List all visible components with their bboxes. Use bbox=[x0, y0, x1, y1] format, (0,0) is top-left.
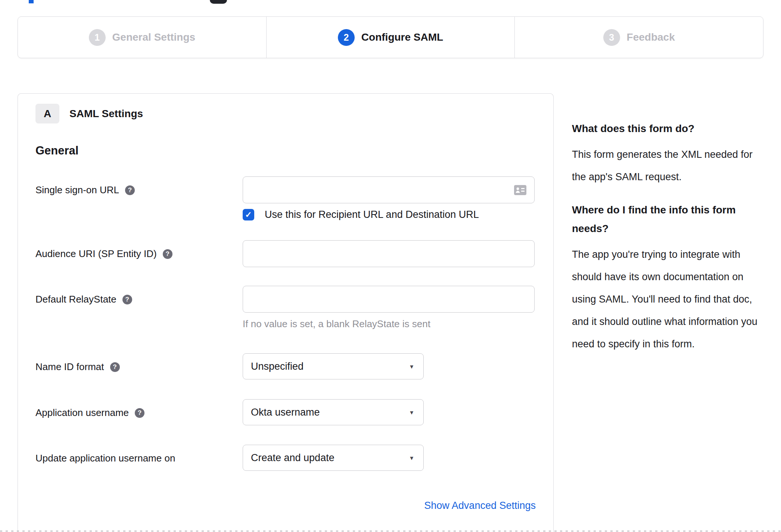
step-number-badge: 2 bbox=[338, 29, 355, 46]
step-general-settings[interactable]: 1 General Settings bbox=[18, 17, 266, 58]
wizard-stepper: 1 General Settings 2 Configure SAML 3 Fe… bbox=[18, 16, 763, 58]
default-relaystate-label: Default RelayState bbox=[35, 294, 116, 305]
show-advanced-settings-link[interactable]: Show Advanced Settings bbox=[424, 500, 536, 511]
name-id-format-select[interactable]: Unspecified ▼ bbox=[243, 353, 424, 379]
saml-settings-title: SAML Settings bbox=[69, 108, 143, 120]
field-row-name-id-format: Name ID format ? Unspecified ▼ bbox=[35, 353, 536, 379]
help-icon[interactable]: ? bbox=[125, 185, 135, 195]
help-icon[interactable]: ? bbox=[122, 295, 132, 304]
cropped-header-artifact-dark bbox=[210, 0, 227, 4]
name-id-format-label: Name ID format bbox=[35, 361, 104, 373]
step-label: General Settings bbox=[112, 31, 196, 43]
update-application-username-select[interactable]: Create and update ▼ bbox=[243, 445, 424, 471]
general-group-title: General bbox=[35, 144, 536, 157]
name-id-format-value: Unspecified bbox=[251, 361, 304, 372]
chevron-down-icon: ▼ bbox=[409, 455, 414, 461]
step-label: Feedback bbox=[627, 31, 675, 43]
recipient-destination-checkbox-row: ✓ Use this for Recipient URL and Destina… bbox=[243, 209, 536, 220]
help-icon[interactable]: ? bbox=[110, 362, 120, 372]
field-row-audience-uri: Audience URI (SP Entity ID) ? bbox=[35, 240, 536, 267]
default-relaystate-input[interactable] bbox=[243, 286, 535, 313]
step-configure-saml[interactable]: 2 Configure SAML bbox=[266, 17, 515, 58]
recipient-destination-checkbox-label: Use this for Recipient URL and Destinati… bbox=[265, 209, 479, 220]
field-row-application-username: Application username ? Okta username ▼ bbox=[35, 399, 536, 425]
step-number-badge: 1 bbox=[89, 29, 106, 46]
help-panel: What does this form do? This form genera… bbox=[572, 119, 763, 368]
audience-uri-label: Audience URI (SP Entity ID) bbox=[35, 248, 157, 260]
update-application-username-label: Update application username on bbox=[35, 453, 175, 464]
field-row-update-application-username: Update application username on Create an… bbox=[35, 445, 536, 471]
recipient-destination-checkbox[interactable]: ✓ bbox=[243, 209, 254, 220]
step-feedback[interactable]: 3 Feedback bbox=[514, 17, 763, 58]
help-icon[interactable]: ? bbox=[135, 408, 144, 418]
contact-card-icon[interactable] bbox=[514, 185, 526, 197]
saml-settings-card: A SAML Settings General Single sign-on U… bbox=[18, 93, 554, 532]
field-row-default-relaystate: Default RelayState ? If no value is set,… bbox=[35, 286, 536, 330]
cropped-header-artifact-blue bbox=[29, 0, 34, 3]
help-question-2: Where do I find the info this form needs… bbox=[572, 201, 763, 238]
application-username-value: Okta username bbox=[251, 407, 320, 418]
chevron-down-icon: ▼ bbox=[409, 363, 414, 370]
help-icon[interactable]: ? bbox=[163, 249, 172, 259]
application-username-label: Application username bbox=[35, 407, 129, 419]
help-answer-1: This form generates the XML needed for t… bbox=[572, 143, 763, 188]
single-sign-on-url-input[interactable] bbox=[243, 176, 535, 203]
checkmark-icon: ✓ bbox=[245, 210, 252, 220]
help-answer-2: The app you're trying to integrate with … bbox=[572, 243, 763, 355]
help-question-1: What does this form do? bbox=[572, 119, 763, 138]
step-label: Configure SAML bbox=[361, 31, 443, 43]
bottom-dashed-divider bbox=[0, 531, 781, 532]
single-sign-on-url-label: Single sign-on URL bbox=[35, 184, 119, 196]
section-a-badge: A bbox=[35, 104, 59, 123]
application-username-select[interactable]: Okta username ▼ bbox=[243, 399, 424, 425]
step-number-badge: 3 bbox=[603, 29, 620, 46]
field-row-single-sign-on-url: Single sign-on URL ? bbox=[35, 176, 536, 203]
relaystate-hint: If no value is set, a blank RelayState i… bbox=[243, 318, 536, 330]
update-application-username-value: Create and update bbox=[251, 452, 335, 464]
chevron-down-icon: ▼ bbox=[409, 409, 414, 416]
saml-form: Single sign-on URL ? bbox=[35, 176, 536, 511]
audience-uri-input[interactable] bbox=[243, 240, 535, 267]
